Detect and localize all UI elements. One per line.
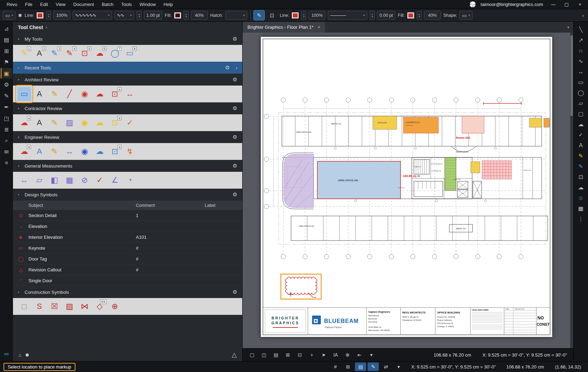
line-width-spinner[interactable]: ▴▾ [370,11,375,20]
design-symbol-row[interactable]: ▭ Keynote # [13,243,242,253]
gear-icon[interactable]: ⚙ [233,289,237,295]
tool-door-symbol[interactable]: ◻ [17,299,31,313]
tool-pen-blue[interactable]: ✎ 3 [47,46,61,60]
tool-icon-image[interactable]: ▦ [575,203,587,214]
status-icon-snap-grid[interactable]: ⊞ [342,363,354,371]
tool-detail-target[interactable]: ⊕ [108,299,122,313]
shape-dropdown[interactable]: ▭▾ [460,11,472,20]
fill-color-swatch[interactable] [407,12,414,19]
menu-item[interactable]: File [21,1,36,8]
sidebar-icon-search[interactable]: ⌕ [1,135,12,146]
sidebar-icon-tool-chest[interactable]: ▣ [1,68,12,79]
tool-callout[interactable]: ⊡ a [108,116,122,130]
menu-item[interactable]: Document [70,1,98,8]
tool-callout[interactable]: ⊡ a [108,87,122,101]
window-button-minimize[interactable]: — [548,2,559,7]
tool-pen-red[interactable]: ✎ 4 [62,46,77,60]
tool-icon-snapshot[interactable]: ▢ [575,109,587,119]
tool-icon-arc[interactable]: ∩ [575,46,587,56]
line-style-dropdown[interactable]: ∿∿∿∿∿∿▾ [73,11,112,20]
close-icon[interactable]: × [318,25,321,30]
sidebar-icon-thumbnails[interactable]: ⊞ [1,46,12,56]
tool-length[interactable]: ↔ [17,173,31,187]
scrollbar-thumb[interactable] [570,35,573,116]
expand-chevron-icon[interactable]: › [236,65,237,70]
tool-cloud-callout[interactable]: ☁ a [17,144,31,158]
tool-icon-count[interactable]: ✓ [575,130,587,140]
tool-icon-stamp-person[interactable]: ☺ [575,193,587,203]
menu-item[interactable]: Revu [3,1,21,8]
gear-icon[interactable]: ⚙ [233,134,237,140]
section-design-symbols[interactable]: ▾ Design Symbols ⚙ [13,189,242,201]
tool-cloud[interactable]: ☁ [93,116,107,130]
sketch-tool-icon[interactable]: ✱ [18,13,22,18]
fill-opacity-spinner[interactable]: ▴▾ [184,11,189,20]
nav-icon-zoom[interactable]: ⊕ [342,350,353,359]
tool-pen-gold[interactable]: ✎ [47,116,61,130]
nav-icon-insert-page[interactable]: ⊞ [283,350,293,359]
callout-tool-button[interactable]: ⊡ [267,11,277,20]
tool-dimension[interactable]: ↔ [123,87,137,101]
tool-icon-rectangle[interactable]: ▭ [575,77,587,87]
line-width-value[interactable]: 1.00 pt [144,11,162,20]
tool-icon-dimension[interactable]: ↔ [575,67,587,77]
vertical-scrollbar[interactable] [570,33,573,348]
line-color-swatch[interactable] [292,12,299,19]
tool-pen-gold[interactable]: ✎ [47,144,61,158]
tool-ellipse[interactable]: ◯ 7 [108,46,122,60]
tool-icon-pen[interactable]: ✎ [575,151,587,161]
tool-rectangle[interactable]: ▭ 8 [123,46,137,60]
tab-list-chevron-icon[interactable]: ▾ [567,26,569,29]
tool-typewriter[interactable]: A 2 [32,46,46,60]
sidebar-icon-layers[interactable]: ≣ [1,124,12,135]
fill-opacity-value[interactable]: 40% [191,11,208,20]
section-my-tools[interactable]: ▾ My Tools ⚙ [13,33,242,45]
section-engineer-review[interactable]: ▾ Engineer Review ⚙ [13,131,242,143]
tool-count[interactable]: ✓ [93,173,107,187]
toolbar-overflow-chevron[interactable]: › [582,13,585,18]
nav-icon-pan[interactable]: + [306,350,317,359]
tool-dimension[interactable]: ↔ [62,144,77,158]
tool-callout[interactable]: ⊡ a [108,144,122,158]
line-style-dropdown[interactable]: ————▾ [328,11,367,20]
window-button-close[interactable]: × [575,2,585,7]
menu-item[interactable]: Window [136,1,160,8]
design-symbol-row[interactable]: ⊙ Section Detail 1 [13,210,242,221]
tool-angle[interactable]: ∠ [108,173,122,187]
nav-icon-single-page[interactable]: ▢ [247,350,257,359]
line-opacity-value[interactable]: 100% [53,11,70,20]
line-width-spinner[interactable]: ▴▾ [137,11,141,20]
floor-plan-page[interactable]: OPEN OFFICE 203 MEETING 201 OFFICE 205 C… [261,37,552,337]
menu-item[interactable]: Batch [98,1,117,8]
tool-text[interactable]: A [32,144,46,158]
tool-circle-callout[interactable]: ◉ [78,116,92,130]
line-opacity-value[interactable]: 100% [309,11,325,20]
pen-tool-button[interactable]: ✎ [254,11,264,20]
sidebar-icon-spaces[interactable]: ◳ [1,113,12,123]
status-icon-markup-mode[interactable]: ▤ [355,363,366,371]
fill-opacity-spinner[interactable]: ▴▾ [417,11,422,20]
tool-area[interactable]: ◧ [47,173,61,187]
tool-icon-callout[interactable]: ⊡ [575,172,587,182]
tool-hatch-rect[interactable]: ▨ [62,116,77,130]
nav-icon-continuous[interactable]: ▤ [271,350,281,359]
nav-icon-page-caret[interactable]: ▾ [366,350,377,359]
status-icon-grid[interactable]: # [330,363,341,371]
gear-icon[interactable]: ⚙ [225,65,230,71]
window-button-maximize[interactable]: ▢ [561,2,572,7]
fill-color-swatch[interactable] [174,12,181,19]
design-symbol-row[interactable]: ◯ Door Tag # [13,253,242,264]
tool-cloud-callout[interactable]: ☁ a [17,116,31,130]
tool-icon-line[interactable]: ╲ [575,25,587,35]
line-end-dropdown[interactable]: ∿∿▾ [114,11,134,20]
design-symbol-row[interactable]: △ Revision Callout # [13,264,242,275]
tool-switch[interactable]: S [32,299,46,313]
markup-list-icon[interactable]: ≔ [1,349,12,359]
design-symbol-row[interactable]: ◈ Interior Elevation A101 [13,232,242,243]
tool-hex-tag[interactable]: ◇ XX [93,299,107,313]
tool-icon-polygon[interactable]: ▱ [575,98,587,108]
tool-cloud[interactable]: ☁ 6 [93,46,107,60]
tool-icon-cloud-plus[interactable]: ☁ [575,182,587,192]
tool-icon-more[interactable]: ⋮ [575,214,587,224]
menu-item[interactable]: Edit [36,1,52,8]
